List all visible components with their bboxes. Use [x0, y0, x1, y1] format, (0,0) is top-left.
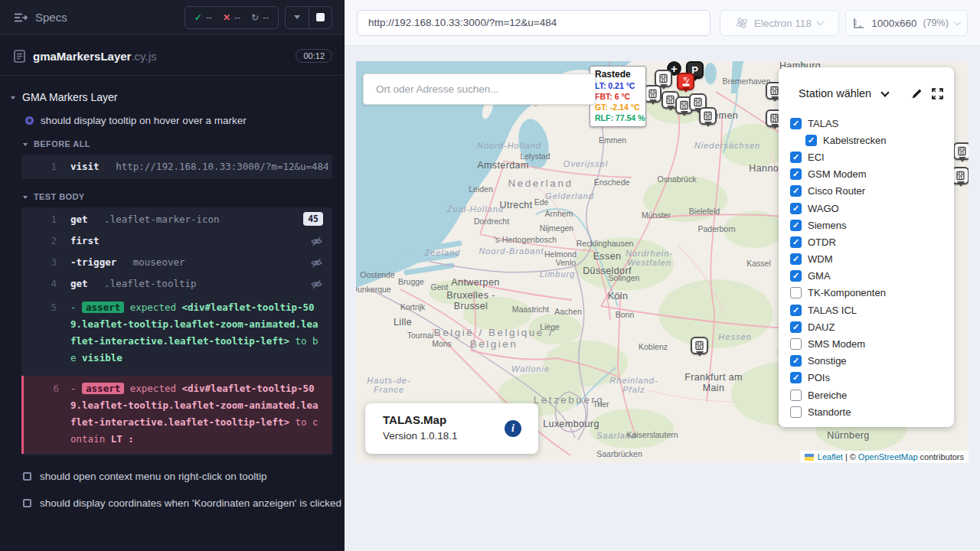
checkbox[interactable]	[790, 305, 802, 316]
passed-icon: ✓	[194, 12, 202, 23]
test-body-section[interactable]: TEST BODY	[23, 192, 345, 201]
spec-row[interactable]: gmaMarkersLayer.cy.js 00:12	[0, 35, 345, 76]
info-icon[interactable]: i	[505, 420, 521, 437]
assert-failed-row[interactable]: 6 - assert expected <div#leaflet-tooltip…	[21, 376, 332, 454]
layer-label: Cisco Router	[808, 185, 865, 197]
layer-label: OTDR	[808, 236, 836, 248]
layer-checkbox-row[interactable]: Kabelstrecken	[790, 132, 954, 148]
tooltip-row: LT: 0.21 °C	[595, 80, 641, 91]
layer-checkbox-row[interactable]: Standorte	[790, 403, 954, 420]
checkbox[interactable]	[790, 185, 802, 197]
checkbox[interactable]	[790, 220, 802, 231]
map-attribution: Leaflet | © OpenStreetMap contributors	[800, 451, 969, 463]
layer-checkbox-row[interactable]: TK-Komponenten	[790, 285, 954, 302]
stat-passed: ✓--	[194, 12, 212, 23]
leaflet-map[interactable]: HamburgBremerhavenBremenNiedersächsenEmm…	[356, 61, 969, 463]
command-row[interactable]: 4 get .leaflet-tooltip	[21, 273, 332, 295]
layer-checkbox-row[interactable]: SMS Modem	[790, 335, 954, 352]
stat-failed: ✕--	[223, 12, 240, 23]
chevron-down-icon	[816, 18, 824, 25]
checkbox[interactable]	[790, 321, 802, 333]
spec-file-icon	[14, 50, 25, 63]
url-bar[interactable]: http://192.168.10.33:3000/?m=12&u=484	[357, 10, 710, 36]
checkbox[interactable]	[790, 152, 802, 163]
station-marker[interactable]	[691, 337, 708, 354]
test-title[interactable]: should display tooltip on hover over a m…	[25, 115, 345, 126]
tooltip-title: Rastede	[595, 69, 641, 80]
layer-checkbox-row[interactable]: GSM Modem	[790, 166, 954, 183]
checkbox[interactable]	[790, 253, 802, 265]
stop-button[interactable]	[309, 7, 332, 28]
layer-checkbox-row[interactable]: ECI	[790, 148, 954, 165]
checkbox[interactable]	[790, 372, 802, 383]
before-all-commands: 1 visit http://192.168.10.33:3000/?m=12&…	[21, 155, 332, 179]
layer-label: WDM	[808, 253, 833, 265]
assert-passed-row[interactable]: 5 - assert expected <div#leaflet-tooltip…	[21, 295, 332, 373]
cabinet-icon	[957, 146, 967, 156]
layer-checkbox-row[interactable]: Cisco Router	[790, 183, 954, 200]
command-row[interactable]: 1 get .leaflet-marker-icon 45	[21, 209, 332, 230]
layer-checkbox-row[interactable]: GMA	[790, 268, 954, 285]
hidden-eye-icon	[310, 278, 323, 291]
checkbox[interactable]	[790, 270, 802, 282]
leaflet-link[interactable]: Leaflet	[818, 452, 843, 461]
layer-checkbox-row[interactable]: DAUZ	[790, 318, 954, 335]
test-tree: GMA Markers Layer should display tooltip…	[0, 76, 345, 509]
layer-checkbox-row[interactable]: Sonstige	[790, 353, 954, 370]
antenna-icon	[681, 77, 691, 87]
collapse-button[interactable]	[286, 7, 309, 28]
checkbox[interactable]	[790, 236, 802, 248]
checkbox[interactable]	[805, 135, 817, 146]
spec-duration: 00:12	[296, 49, 332, 63]
pending-test-icon	[23, 499, 31, 507]
checkbox[interactable]	[790, 168, 802, 180]
layer-checkbox-row[interactable]: WDM	[790, 251, 954, 268]
layer-checkbox-row[interactable]: Siemens	[790, 217, 954, 233]
station-marker[interactable]	[952, 167, 969, 184]
chevron-down-icon[interactable]	[880, 88, 889, 96]
layer-label: GSM Modem	[808, 168, 867, 180]
osm-link[interactable]: OpenStreetMap	[858, 452, 918, 461]
station-marker[interactable]	[644, 85, 662, 103]
suite-title[interactable]: GMA Markers Layer	[11, 91, 345, 103]
command-row[interactable]: 3 -trigger mouseover	[21, 252, 332, 273]
checkbox[interactable]	[790, 118, 802, 129]
checkbox[interactable]	[790, 355, 802, 367]
layer-checkbox-row[interactable]: TALAS	[790, 115, 954, 132]
browser-bar: http://192.168.10.33:3000/?m=12&u=484 El…	[345, 0, 980, 46]
layer-checkbox-row[interactable]: POIs	[790, 370, 954, 386]
before-all-section[interactable]: BEFORE ALL	[23, 139, 345, 148]
search-input[interactable]	[363, 73, 596, 105]
specs-menu-button[interactable]: Specs	[14, 11, 67, 24]
layer-checkbox-row[interactable]: WAGO	[790, 200, 954, 217]
layer-checkbox-row[interactable]: OTDR	[790, 233, 954, 250]
stat-pending: ↻--	[251, 12, 269, 23]
layer-label: ECI	[808, 152, 825, 163]
station-marker[interactable]	[953, 142, 969, 160]
pending-test[interactable]: should open context menu on right-click …	[23, 471, 345, 482]
spec-name: gmaMarkersLayer.cy.js	[33, 50, 296, 63]
electron-icon	[736, 17, 748, 29]
station-marker[interactable]	[699, 107, 717, 125]
pending-icon: ↻	[251, 12, 259, 23]
test-body-commands: 1 get .leaflet-marker-icon 45 2 first 3 …	[21, 207, 332, 455]
viewport-selector[interactable]: 1000x660 (79%)	[845, 10, 968, 36]
checkbox[interactable]	[790, 287, 802, 298]
assert-badge: assert	[82, 302, 124, 313]
marker-tooltip: Rastede LT: 0.21 °C FBT: 6 °C GT: -2.14 …	[590, 66, 646, 127]
edit-pencil-icon[interactable]	[911, 88, 923, 99]
hovered-station-marker[interactable]	[677, 73, 694, 90]
checkbox[interactable]	[790, 406, 802, 418]
cypress-reporter: Specs ✓-- ✕-- ↻-- gmaMarkersLayer.cy.js …	[0, 0, 345, 551]
checkbox[interactable]	[790, 338, 802, 350]
layer-checkbox-row[interactable]: TALAS ICL	[790, 302, 954, 318]
fullscreen-expand-icon[interactable]	[932, 88, 943, 99]
tooltip-row: GT: -2.14 °C	[595, 102, 641, 112]
command-row[interactable]: 1 visit http://192.168.10.33:3000/?m=12&…	[21, 156, 332, 178]
checkbox[interactable]	[790, 390, 802, 401]
browser-selector[interactable]: Electron 118	[720, 10, 839, 36]
checkbox[interactable]	[790, 203, 802, 214]
command-row[interactable]: 2 first	[21, 230, 332, 252]
pending-test[interactable]: should display coordinates when 'Koordin…	[23, 497, 345, 509]
layer-checkbox-row[interactable]: Bereiche	[790, 386, 954, 403]
